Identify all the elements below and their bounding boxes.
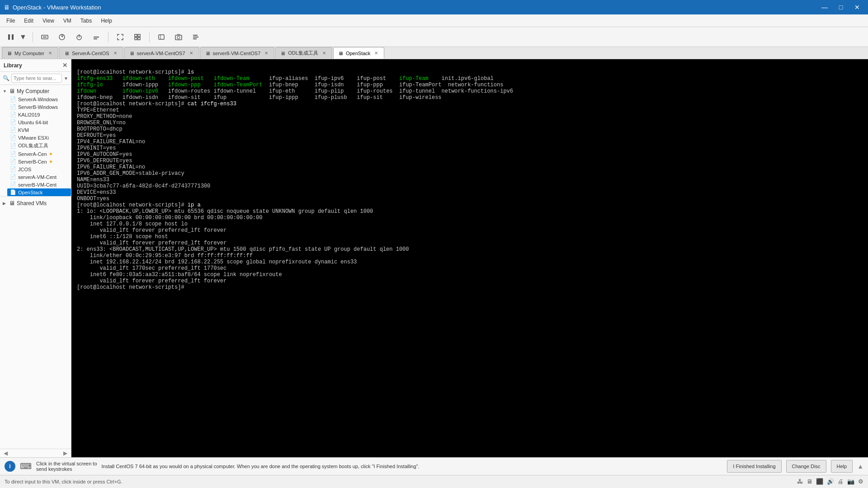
tab-openstack-close[interactable]: ✕	[373, 50, 379, 56]
menu-tabs[interactable]: Tabs	[76, 16, 96, 26]
search-icon: 🔍	[3, 75, 9, 81]
svg-rect-17	[193, 35, 198, 36]
vm-label: serverA-VM-Cent	[18, 174, 57, 180]
sidebar-my-computer[interactable]: ▼ 🖥 My Computer	[0, 87, 71, 95]
tab-servera-centos-close[interactable]: ✕	[112, 50, 118, 56]
shared-vms[interactable]: ▶ 🖥 Shared VMs	[0, 198, 71, 208]
vm-label: JCOS	[18, 167, 31, 172]
vm-kvm[interactable]: 📄 KVM	[7, 126, 71, 134]
tab-servera-vm[interactable]: 🖥 serverA-VM-CentOS7 ✕	[124, 47, 199, 59]
finished-installing-button[interactable]: I Finished Installing	[727, 460, 781, 473]
tab-openstack-icon: 🖥	[338, 51, 343, 56]
menu-bar: File Edit View VM Tabs Help	[0, 14, 868, 27]
fullscreen-button[interactable]	[113, 30, 127, 44]
pause-dropdown[interactable]: ▼	[18, 30, 28, 44]
svg-rect-19	[193, 38, 197, 39]
terminal-area[interactable]: [root@localhost network-scripts]# ls ifc…	[71, 59, 868, 457]
tab-servera-centos-label: ServerA-CentOS	[72, 51, 109, 56]
usb-icon[interactable]: ⬛	[816, 478, 823, 485]
tab-my-computer-close[interactable]: ✕	[47, 50, 53, 56]
tab-openstack[interactable]: 🖥 OpenStack ✕	[333, 47, 384, 59]
menu-vm[interactable]: VM	[59, 16, 76, 26]
tab-odl[interactable]: 🖥 ODL集成工具 ✕	[275, 47, 332, 59]
app-logo-icon: 🖥	[4, 4, 10, 11]
menu-view[interactable]: View	[38, 16, 59, 26]
power-on-button[interactable]	[55, 30, 69, 44]
vm-serverb-windows[interactable]: 📄 ServerB-Windows	[7, 103, 71, 111]
vm-ubuntu[interactable]: 📄 Ubuntu 64-bit	[7, 118, 71, 126]
vm-icon: 📄	[10, 174, 16, 180]
library-search: 🔍 ▼	[0, 72, 71, 85]
scroll-left-icon[interactable]: ◀	[4, 450, 8, 456]
vm-serverb-vm-cent[interactable]: 📄 serverB-VM-Cent	[7, 181, 71, 188]
sidebar-tree: ▼ 🖥 My Computer 📄 ServerA-Windows 📄 Serv…	[0, 85, 71, 449]
send-ctrl-alt-del-button[interactable]	[38, 30, 52, 44]
menu-edit[interactable]: Edit	[19, 16, 38, 26]
unity-button[interactable]	[130, 30, 145, 44]
vm-label: Ubuntu 64-bit	[18, 120, 48, 125]
suspend-button[interactable]	[89, 30, 104, 44]
tab-server8-vm-close[interactable]: ✕	[263, 50, 269, 56]
pause-resume-button[interactable]	[4, 30, 18, 44]
expand-icon: ▼	[3, 89, 7, 94]
tab-servera-vm-close[interactable]: ✕	[188, 50, 194, 56]
minimize-button[interactable]: —	[817, 1, 832, 14]
tab-server8-vm[interactable]: 🖥 server8-VM-CentOS7 ✕	[200, 47, 275, 59]
click-send-keys-label2: send keystrokes	[36, 466, 97, 472]
menu-help[interactable]: Help	[96, 16, 117, 26]
vm-icon: 📄	[10, 135, 16, 141]
library-close-icon[interactable]: ✕	[62, 62, 67, 69]
vm-servera-vm-cent[interactable]: 📄 serverA-VM-Cent	[7, 173, 71, 181]
vm-label: ODL集成工具	[18, 142, 48, 149]
svg-rect-10	[138, 34, 140, 37]
snapshot-status-icon[interactable]: 📷	[847, 478, 854, 485]
vm-label: ServerB-Cen	[18, 159, 47, 164]
tab-odl-icon: 🖥	[280, 51, 285, 56]
tab-server8-vm-label: server8-VM-CentOS7	[213, 51, 261, 56]
help-button[interactable]: Help	[831, 460, 853, 473]
tab-servera-centos-icon: 🖥	[64, 51, 69, 56]
install-info-icon: i	[5, 461, 15, 472]
svg-point-16	[177, 36, 180, 39]
fit-guest-button[interactable]	[154, 30, 169, 44]
close-button[interactable]: ✕	[850, 1, 864, 14]
tab-servera-centos[interactable]: 🖥 ServerA-CentOS ✕	[59, 47, 123, 59]
vm-servera-windows[interactable]: 📄 ServerA-Windows	[7, 95, 71, 103]
library-header: Library ✕	[0, 59, 71, 72]
tab-odl-close[interactable]: ✕	[321, 50, 327, 56]
vm-jcos[interactable]: 📄 JCOS	[7, 165, 71, 173]
vm-odl[interactable]: 📄 ODL集成工具	[7, 141, 71, 150]
svg-rect-0	[8, 34, 10, 40]
search-input[interactable]	[11, 74, 62, 83]
power-off-button[interactable]	[72, 30, 86, 44]
vm-vmware-esxi[interactable]: 📄 VMware ESXi	[7, 134, 71, 141]
tab-openstack-label: OpenStack	[346, 51, 370, 56]
vm-servera-cen[interactable]: 📄 ServerA-Cen ★	[7, 150, 71, 158]
title-bar-controls: — □ ✕	[817, 1, 864, 14]
tab-servera-vm-label: serverA-VM-CentOS7	[137, 51, 185, 56]
display-icon[interactable]: 🖥	[807, 478, 812, 485]
menu-file[interactable]: File	[2, 16, 19, 26]
vm-serverb-cen[interactable]: 📄 ServerB-Cen ★	[7, 158, 71, 165]
scroll-right-icon[interactable]: ▶	[63, 450, 67, 456]
title-bar-left: 🖥 OpenStack - VMware Workstation	[4, 4, 101, 11]
tab-my-computer-label: My Computer	[14, 51, 44, 56]
maximize-button[interactable]: □	[834, 1, 848, 14]
network-icon[interactable]: 🖧	[797, 478, 803, 485]
more-button[interactable]	[189, 30, 203, 44]
printer-icon[interactable]: 🖨	[838, 478, 844, 485]
click-to-type-icon: ⌨	[20, 461, 32, 471]
change-disc-button[interactable]: Change Disc	[786, 460, 826, 473]
settings-icon[interactable]: ⚙	[858, 478, 863, 485]
status-bar: To direct input to this VM, click inside…	[0, 475, 868, 488]
search-dropdown-icon[interactable]: ▼	[64, 76, 68, 81]
vm-icon: 📄	[10, 166, 16, 172]
collapse-icon[interactable]: ▲	[857, 463, 863, 470]
snapshot-button[interactable]	[171, 30, 186, 44]
audio-icon[interactable]: 🔊	[827, 478, 834, 485]
install-message: Install CentOS 7 64-bit as you would on …	[102, 464, 723, 469]
tab-my-computer[interactable]: 🖥 My Computer ✕	[2, 47, 58, 59]
vm-kali[interactable]: 📄 KALI2019	[7, 111, 71, 118]
computer-icon: 🖥	[9, 200, 15, 206]
vm-openstack[interactable]: 📄 OpenStack	[7, 188, 71, 196]
